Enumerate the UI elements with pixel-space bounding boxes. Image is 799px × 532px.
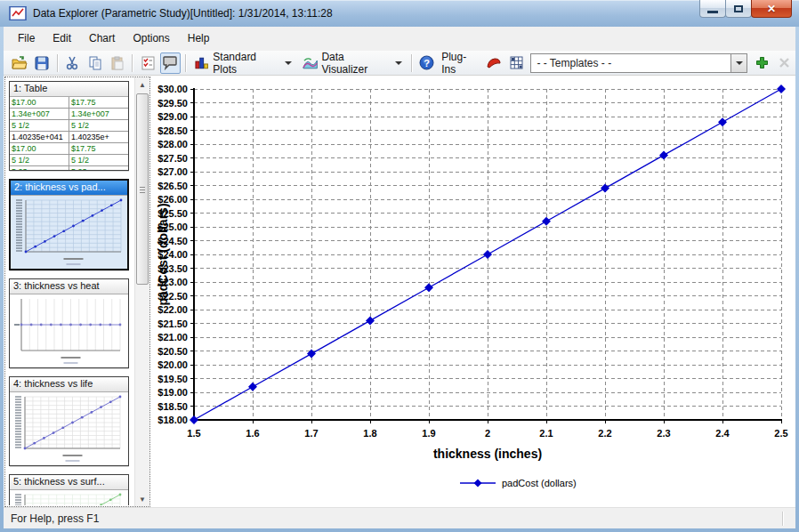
plugin-red-button[interactable] xyxy=(484,52,504,74)
toolbar-separator xyxy=(132,54,133,72)
svg-text:1.6: 1.6 xyxy=(246,428,259,439)
svg-text:$20.50: $20.50 xyxy=(157,346,188,357)
toolbar-separator xyxy=(411,54,412,72)
cut-button[interactable] xyxy=(62,52,83,74)
svg-text:$27.50: $27.50 xyxy=(157,153,188,164)
sidebar-item-table[interactable]: 1: Table $17.00$17.751.34e+0071.34e+0075… xyxy=(9,81,129,171)
close-button[interactable]: ✕ xyxy=(751,0,792,18)
table-cell: 1.34e+007 xyxy=(10,109,69,120)
table-cell: 1.34e+007 xyxy=(69,109,129,120)
svg-text:padCost (dollars): padCost (dollars) xyxy=(156,203,170,305)
svg-text:padCost (dollars): padCost (dollars) xyxy=(502,478,577,488)
thumbnail-title: 4: thickness vs life xyxy=(10,377,128,392)
open-button[interactable] xyxy=(9,52,29,74)
sidebar-item-thickness-vs-surf[interactable]: 5: thickness vs surf... xyxy=(9,474,129,505)
svg-text:$21.50: $21.50 xyxy=(157,318,188,329)
x-icon xyxy=(779,57,790,69)
status-message: For Help, press F1 xyxy=(4,512,782,525)
comment-button[interactable] xyxy=(160,52,181,74)
toolbar-separator xyxy=(185,54,186,72)
sidebar-item-thickness-vs-life[interactable]: 4: thickness vs life xyxy=(9,376,129,466)
scrollbar-grip-icon xyxy=(140,187,145,193)
checklist-button[interactable] xyxy=(137,52,157,74)
thumbnail-title: 3: thickness vs heat xyxy=(10,279,128,294)
paste-icon xyxy=(110,56,125,70)
menu-edit[interactable]: Edit xyxy=(44,28,80,48)
svg-text:2.4: 2.4 xyxy=(715,428,730,439)
plus-icon xyxy=(755,56,769,69)
chart-thumbnail xyxy=(10,294,128,367)
chart-thumbnail xyxy=(10,392,128,465)
svg-text:2.1: 2.1 xyxy=(539,428,553,439)
add-template-button[interactable] xyxy=(751,52,771,74)
sidebar-scrollbar[interactable]: ▲ ▼ xyxy=(134,77,149,506)
table-cell: 1.40235e+ xyxy=(69,132,129,143)
table-cell: 1.40235e+041 xyxy=(10,132,69,143)
paste-button[interactable] xyxy=(107,52,127,74)
window-title: Data Explorer (Parametric Study)[Untitle… xyxy=(33,7,333,20)
mini-chart xyxy=(11,196,127,269)
svg-text:$20.00: $20.00 xyxy=(157,359,188,370)
standard-plots-dropdown[interactable]: Standard Plots xyxy=(190,49,297,77)
svg-text:$29.00: $29.00 xyxy=(157,111,188,122)
sidebar-item-thickness-vs-heat[interactable]: 3: thickness vs heat xyxy=(9,278,129,368)
menu-help[interactable]: Help xyxy=(179,28,219,48)
chevron-down-icon xyxy=(395,61,402,65)
save-button[interactable] xyxy=(31,52,52,74)
scrollbar-thumb[interactable] xyxy=(136,93,149,285)
table-thumbnail: $17.00$17.751.34e+0071.34e+0075 1/25 1/2… xyxy=(10,97,128,170)
minimize-icon xyxy=(707,11,718,13)
sidebar-item-thickness-vs-padcost[interactable]: 2: thickness vs pad... xyxy=(9,179,129,270)
toolbar: Standard Plots Data Visualizer ? xyxy=(4,51,795,76)
svg-text:$30.00: $30.00 xyxy=(157,84,188,94)
app-window: Data Explorer (Parametric Study)[Untitle… xyxy=(0,0,799,532)
thumbnail-title: 5: thickness vs surf... xyxy=(10,475,128,490)
menu-chart[interactable]: Chart xyxy=(80,28,124,48)
svg-text:1.9: 1.9 xyxy=(422,428,435,439)
svg-text:?: ? xyxy=(424,58,430,69)
scroll-down-button[interactable]: ▼ xyxy=(135,492,149,506)
thumbnail-list: 1: Table $17.00$17.751.34e+0071.34e+0075… xyxy=(9,81,129,505)
data-visualizer-dropdown[interactable]: Data Visualizer xyxy=(297,49,408,77)
minimize-button[interactable] xyxy=(699,0,726,18)
scroll-up-button[interactable]: ▲ xyxy=(135,77,149,92)
close-icon: ✕ xyxy=(767,3,776,15)
templates-dropdown-button[interactable] xyxy=(730,54,747,72)
red-plugin-icon xyxy=(486,57,502,69)
standard-plots-label: Standard Plots xyxy=(213,51,280,76)
surface-plot-icon xyxy=(303,56,318,70)
svg-text:$19.00: $19.00 xyxy=(157,387,188,398)
status-bar: For Help, press F1 xyxy=(4,507,795,528)
chart-thumbnail xyxy=(10,490,128,505)
window-controls: ✕ xyxy=(700,0,792,18)
svg-text:$28.50: $28.50 xyxy=(157,125,188,136)
copy-icon xyxy=(88,56,102,70)
templates-combobox[interactable]: - - Templates - - xyxy=(530,53,747,73)
title-bar[interactable]: Data Explorer (Parametric Study)[Untitle… xyxy=(0,0,799,27)
data-visualizer-label: Data Visualizer xyxy=(321,51,390,76)
thumbnail-title: 1: Table xyxy=(10,82,128,97)
svg-text:2.2: 2.2 xyxy=(598,428,611,439)
help-button[interactable]: ? xyxy=(416,52,437,74)
maximize-button[interactable] xyxy=(725,0,752,18)
table-cell: 5 1/2 xyxy=(69,120,129,132)
templates-value: - - Templates - - xyxy=(531,57,730,69)
svg-text:$18.50: $18.50 xyxy=(157,401,188,412)
table-cell: 5.23 xyxy=(10,166,69,171)
mini-chart xyxy=(10,294,126,367)
table-cell: $17.00 xyxy=(10,97,69,109)
table-cell: $17.75 xyxy=(69,97,129,109)
plugin-grid-button[interactable] xyxy=(506,52,527,74)
svg-text:2.5: 2.5 xyxy=(774,428,787,439)
menu-file[interactable]: File xyxy=(9,28,44,48)
menu-options[interactable]: Options xyxy=(124,28,178,48)
delete-template-button[interactable] xyxy=(774,52,795,74)
comment-icon xyxy=(162,56,178,70)
svg-text:$29.50: $29.50 xyxy=(157,98,188,109)
grid-plugin-icon xyxy=(510,56,523,69)
copy-button[interactable] xyxy=(85,52,105,74)
app-icon xyxy=(9,6,27,20)
chart-panel: $30.00$29.50$29.00$28.50$28.00$27.50$27.… xyxy=(151,76,795,507)
cut-icon xyxy=(65,56,79,70)
mini-chart xyxy=(10,490,126,505)
